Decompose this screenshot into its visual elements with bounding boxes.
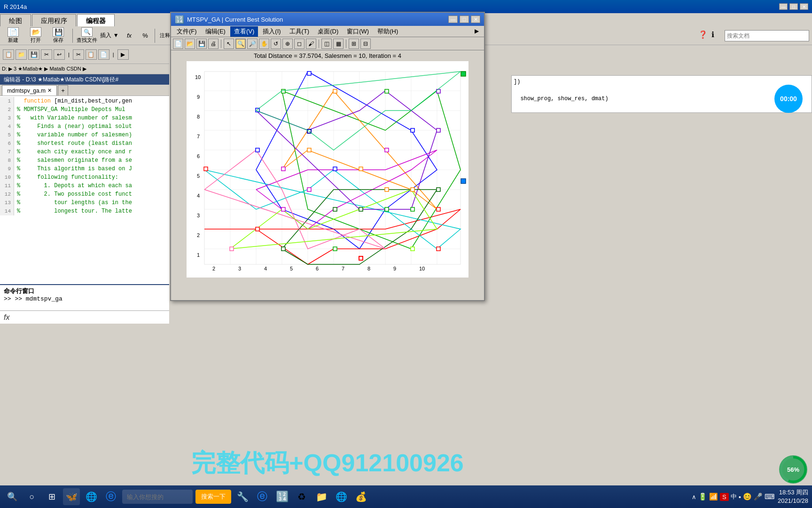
taskbar-folder-icon[interactable]: 📁 [313, 488, 330, 505]
menu-edit[interactable]: 编辑(E) [202, 26, 229, 37]
code-line-10: 10 % following functionality: [0, 173, 169, 182]
plot-btn-cursor[interactable]: ↖ [224, 39, 234, 49]
plot-btn-save[interactable]: 💾 [196, 39, 207, 49]
taskbar-ie3-icon[interactable]: 🌐 [333, 488, 350, 505]
tray-dot[interactable]: • [739, 493, 741, 501]
taskbar-grid-icon[interactable]: ⊞ [43, 488, 60, 505]
taskbar-search-btn[interactable]: 搜索一下 [195, 490, 231, 504]
plot-btn-colorbar[interactable]: ▦ [333, 39, 344, 49]
taskbar-search-field[interactable] [122, 490, 193, 504]
btn-file2[interactable]: 📁 [16, 49, 27, 60]
svg-rect-29 [385, 148, 389, 152]
btn-new[interactable]: 📄 新建 [3, 27, 23, 44]
code-line-14: 14 % longest tour. The latte [0, 207, 169, 215]
add-tab-btn[interactable]: + [58, 85, 68, 95]
taskbar-matlab-icon[interactable]: 🔢 [273, 488, 290, 505]
tray-text-zh[interactable]: 中 [731, 492, 737, 501]
btn-file1[interactable]: 📋 [3, 49, 14, 60]
taskbar-clock[interactable]: 18:53 周四 2021/10/28 [778, 488, 808, 505]
tray-wifi[interactable]: 📶 [709, 492, 718, 501]
right-code-line1: ]) [514, 78, 810, 86]
btn-percent[interactable]: % [140, 32, 151, 39]
plot-btn-split[interactable]: ⊟ [360, 39, 371, 49]
code-line-3: 3 % with Variable number of salesm [0, 114, 169, 122]
close-btn[interactable]: ✕ [800, 3, 808, 10]
plot-btn-zoom-in[interactable]: 🔍 [235, 39, 246, 49]
taskbar-ie2-icon[interactable]: ⓔ [254, 488, 271, 505]
btn-open[interactable]: 📂 打开 [25, 27, 46, 44]
editor-file-tab[interactable]: mdmtspv_ga.m ✕ [2, 85, 57, 95]
plot-btn-open[interactable]: 📂 [185, 39, 195, 49]
btn-cut[interactable]: ✂ [73, 49, 84, 60]
svg-rect-24 [256, 148, 259, 152]
plot-btn-print[interactable]: 🖨 [208, 39, 219, 49]
taskbar-ie-icon[interactable]: ⓔ [102, 488, 119, 505]
svg-rect-45 [411, 247, 414, 251]
btn-insert[interactable]: 插入 ▼ [100, 32, 119, 40]
plot-btn-pan[interactable]: ✋ [259, 39, 269, 49]
close-tab-icon[interactable]: ✕ [47, 87, 52, 94]
btn-fx[interactable]: fx [121, 32, 138, 39]
menu-tools[interactable]: 工具(T) [286, 26, 313, 37]
plot-btn-zoom-out[interactable]: 🔎 [247, 39, 258, 49]
plot-close-btn[interactable]: ✕ [471, 16, 480, 23]
search-input[interactable] [725, 30, 809, 41]
btn-find[interactable]: 🔍 查找文件 [77, 27, 97, 44]
tray-battery[interactable]: 🔋 [698, 492, 707, 501]
btn-file3[interactable]: 💾 [28, 49, 39, 60]
taskbar-browser-icon[interactable]: 🌐 [83, 488, 100, 505]
svg-rect-42 [437, 207, 440, 211]
plot-btn-new[interactable]: 📄 [173, 39, 183, 49]
separator2: | [113, 52, 114, 57]
taskbar-refresh-icon[interactable]: ♻ [293, 488, 310, 505]
svg-rect-36 [333, 207, 337, 211]
plot-content: 10 9 8 7 6 5 4 3 2 1 2 3 4 5 6 7 8 9 10 [171, 61, 484, 282]
taskbar-butterfly-icon[interactable]: 🦋 [63, 488, 80, 505]
btn-copy[interactable]: 📋 [86, 49, 97, 60]
plot-maximize-btn[interactable]: □ [460, 16, 469, 23]
plot-btn-insert-legend[interactable]: ◫ [321, 39, 332, 49]
plot-btn-subplot[interactable]: ⊞ [349, 39, 359, 49]
btn-file4[interactable]: ✂ [41, 49, 52, 60]
taskbar-coins-icon[interactable]: 💰 [352, 488, 369, 505]
menu-insert[interactable]: 插入(I) [259, 26, 284, 37]
menu-help[interactable]: 帮助(H) [374, 26, 402, 37]
info-icon[interactable]: ℹ [711, 30, 723, 41]
code-line-2: 2 % MDMTSPV_GA Multiple Depots Mul [0, 105, 169, 114]
code-line-5: 5 % variable number of salesmen) [0, 131, 169, 139]
btn-run2[interactable]: ▶ [117, 49, 129, 60]
tray-mic[interactable]: 🎤 [754, 492, 763, 501]
tab-app[interactable]: 应用程序 [32, 14, 76, 26]
svg-rect-25 [281, 167, 285, 171]
plot-btn-select[interactable]: ◻ [294, 39, 304, 49]
code-lines: 1 function [min_dist,best_tour,gen 2 % M… [0, 96, 169, 216]
menu-file[interactable]: 文件(F) [173, 26, 201, 37]
btn-paste[interactable]: 📄 [98, 49, 109, 60]
separator: | [68, 52, 70, 57]
help-icon[interactable]: ❓ [698, 30, 710, 41]
menu-view[interactable]: 查看(V) [230, 26, 258, 37]
taskbar-search-icon[interactable]: 🔍 [4, 488, 21, 505]
plot-btn-rotate[interactable]: ↺ [271, 39, 281, 49]
tray-smiley[interactable]: 😊 [743, 492, 752, 501]
x-label-7: 7 [342, 266, 344, 271]
taskbar-circle-icon[interactable]: ○ [23, 488, 40, 505]
taskbar-tools-icon[interactable]: 🔧 [234, 488, 251, 505]
minimize-btn[interactable]: — [779, 3, 788, 10]
btn-undo[interactable]: ↩ [54, 49, 65, 60]
input-method-indicator[interactable]: S [720, 493, 729, 501]
plot-minimize-btn[interactable]: — [448, 16, 458, 23]
btn-save[interactable]: 💾 保存 [48, 27, 69, 44]
tray-arrow[interactable]: ∧ [692, 493, 696, 500]
maximize-btn[interactable]: □ [789, 3, 798, 10]
menu-arrow[interactable]: ▶ [475, 28, 482, 35]
menu-desktop[interactable]: 桌面(D) [314, 26, 342, 37]
tab-editor[interactable]: 编程器 [77, 14, 115, 26]
menu-window[interactable]: 窗口(W) [343, 26, 373, 37]
y-label-10: 10 [195, 74, 201, 80]
plot-sep2 [319, 40, 319, 48]
tray-keyboard[interactable]: ⌨ [765, 492, 775, 501]
tab-plot[interactable]: 绘图 [0, 14, 31, 26]
plot-btn-datatip[interactable]: ⊕ [282, 39, 293, 49]
plot-btn-brush[interactable]: 🖌 [306, 39, 316, 49]
